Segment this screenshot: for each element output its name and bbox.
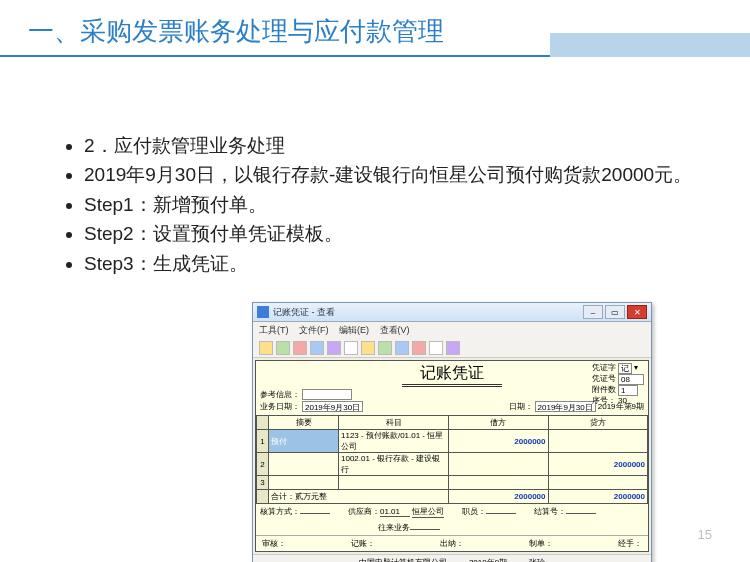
date-input[interactable]: 2019年9月30日 <box>535 401 596 412</box>
toolbar-icon[interactable] <box>327 341 341 355</box>
table-row: 1 预付 1123 - 预付账款/01.01 - 恒星公司 2000000 <box>257 430 648 453</box>
credit-cell[interactable]: 2000000 <box>548 453 648 476</box>
menu-item[interactable]: 查看(V) <box>380 325 410 335</box>
summary-cell[interactable] <box>269 453 339 476</box>
bullet-item: Step2：设置预付单凭证模板。 <box>84 219 700 248</box>
dropdown-icon[interactable]: ▾ <box>634 363 638 373</box>
menu-bar[interactable]: 工具(T) 文件(F) 编辑(E) 查看(V) <box>253 322 651 339</box>
page-number: 15 <box>698 527 712 542</box>
status-bar: 中国电脑计算机有限公司 2019年9期 张珍 <box>253 554 651 562</box>
status-company: 中国电脑计算机有限公司 <box>359 558 447 562</box>
toolbar-icon[interactable] <box>446 341 460 355</box>
bullet-item: Step1：新增预付单。 <box>84 190 700 219</box>
menu-item[interactable]: 文件(F) <box>299 325 329 335</box>
summary-cell[interactable]: 预付 <box>269 430 339 453</box>
menu-item[interactable]: 编辑(E) <box>339 325 369 335</box>
status-user: 张珍 <box>529 558 545 562</box>
toolbar <box>253 339 651 358</box>
voucher-right-meta: 凭证字记▾ 凭证号08 附件数1 序号：30 <box>592 363 644 406</box>
app-icon <box>257 306 269 318</box>
voucher-no-input[interactable]: 08 <box>618 374 644 385</box>
maximize-button[interactable]: ▭ <box>605 305 625 319</box>
subject-cell[interactable]: 1123 - 预付账款/01.01 - 恒星公司 <box>339 430 449 453</box>
bullet-item: 2．应付款管理业务处理 <box>84 131 700 160</box>
voucher-signatures: 审核： 记账： 出纳： 制单： 经手： <box>256 535 648 551</box>
table-row: 2 1002.01 - 银行存款 - 建设银行 2000000 <box>257 453 648 476</box>
toolbar-icon[interactable] <box>293 341 307 355</box>
toolbar-icon[interactable] <box>429 341 443 355</box>
total-credit: 2000000 <box>548 490 648 504</box>
table-row: 3 <box>257 476 648 490</box>
debit-cell[interactable]: 2000000 <box>449 430 549 453</box>
total-label: 合计：贰万元整 <box>269 490 449 504</box>
slide-title-bar: 一、采购发票账务处理与应付款管理 <box>0 0 750 57</box>
minimize-button[interactable]: – <box>583 305 603 319</box>
biz-date-input[interactable]: 2019年9月30日 <box>302 401 363 412</box>
total-row: 合计：贰万元整 2000000 2000000 <box>257 490 648 504</box>
toolbar-icon[interactable] <box>361 341 375 355</box>
toolbar-icon[interactable] <box>344 341 358 355</box>
close-button[interactable]: ✕ <box>627 305 647 319</box>
voucher-type-input[interactable]: 记 <box>618 363 632 374</box>
ref-input[interactable] <box>302 389 352 400</box>
toolbar-icon[interactable] <box>276 341 290 355</box>
debit-cell[interactable] <box>449 453 549 476</box>
voucher-body: 记账凭证 凭证字记▾ 凭证号08 附件数1 序号：30 参考信息： 业务日期： … <box>255 360 649 552</box>
total-debit: 2000000 <box>449 490 549 504</box>
attachment-input[interactable]: 1 <box>618 385 638 396</box>
toolbar-icon[interactable] <box>259 341 273 355</box>
window-titlebar[interactable]: 记账凭证 - 查看 – ▭ ✕ <box>253 303 651 322</box>
toolbar-icon[interactable] <box>395 341 409 355</box>
bullet-list: 2．应付款管理业务处理 2019年9月30日，以银行存款-建设银行向恒星公司预付… <box>0 57 750 278</box>
bullet-item: 2019年9月30日，以银行存款-建设银行向恒星公司预付购货款20000元。 <box>84 160 700 189</box>
toolbar-icon[interactable] <box>412 341 426 355</box>
voucher-window: 记账凭证 - 查看 – ▭ ✕ 工具(T) 文件(F) 编辑(E) 查看(V) … <box>252 302 652 562</box>
voucher-table[interactable]: 摘要 科目 借方 贷方 1 预付 1123 - 预付账款/01.01 - 恒星公… <box>256 415 648 504</box>
sequence-value: 30 <box>618 396 627 406</box>
voucher-left-meta: 参考信息： 业务日期： 2019年9月30日 日期： 2019年9月30日 20… <box>260 389 644 412</box>
window-buttons: – ▭ ✕ <box>583 305 647 319</box>
credit-cell[interactable] <box>548 430 648 453</box>
window-title: 记账凭证 - 查看 <box>273 306 583 319</box>
status-period: 2019年9期 <box>469 558 507 562</box>
table-header-row: 摘要 科目 借方 贷方 <box>257 416 648 430</box>
voucher-bottom-meta: 核算方式： 供应商：01.01 恒星公司 职员： 结算号： 往来业务 <box>256 504 648 535</box>
decorative-wedge <box>550 33 750 57</box>
toolbar-icon[interactable] <box>310 341 324 355</box>
bullet-item: Step3：生成凭证。 <box>84 249 700 278</box>
subject-cell[interactable]: 1002.01 - 银行存款 - 建设银行 <box>339 453 449 476</box>
voucher-title: 记账凭证 <box>402 363 502 387</box>
toolbar-icon[interactable] <box>378 341 392 355</box>
menu-item[interactable]: 工具(T) <box>259 325 289 335</box>
